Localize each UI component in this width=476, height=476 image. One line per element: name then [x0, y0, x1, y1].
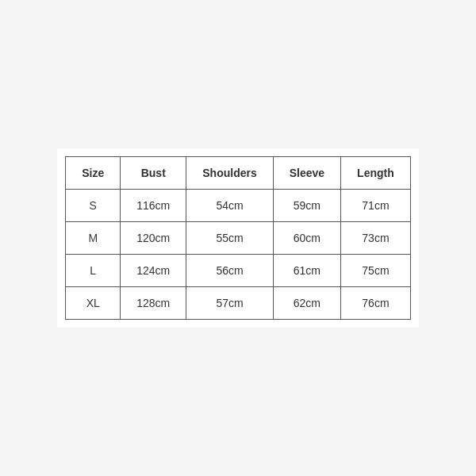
cell-r1-c1: 120cm — [121, 222, 186, 255]
table-row: XL128cm57cm62cm76cm — [66, 287, 411, 320]
header-bust: Bust — [121, 157, 186, 190]
cell-r2-c2: 56cm — [186, 255, 273, 287]
cell-r3-c0: XL — [66, 287, 121, 320]
table-row: M120cm55cm60cm73cm — [66, 222, 411, 255]
cell-r1-c3: 60cm — [273, 222, 340, 255]
cell-r0-c0: S — [66, 190, 121, 222]
cell-r0-c2: 54cm — [186, 190, 273, 222]
size-chart-container: Size Bust Shoulders Sleeve Length S116cm… — [57, 148, 419, 328]
cell-r3-c2: 57cm — [186, 287, 273, 320]
cell-r0-c4: 71cm — [341, 190, 411, 222]
header-size: Size — [66, 157, 121, 190]
cell-r0-c1: 116cm — [121, 190, 186, 222]
cell-r0-c3: 59cm — [273, 190, 340, 222]
header-sleeve: Sleeve — [273, 157, 340, 190]
cell-r1-c0: M — [66, 222, 121, 255]
table-row: L124cm56cm61cm75cm — [66, 255, 411, 287]
table-header-row: Size Bust Shoulders Sleeve Length — [66, 157, 411, 190]
header-shoulders: Shoulders — [186, 157, 273, 190]
table-row: S116cm54cm59cm71cm — [66, 190, 411, 222]
header-length: Length — [341, 157, 411, 190]
cell-r3-c3: 62cm — [273, 287, 340, 320]
cell-r3-c1: 128cm — [121, 287, 186, 320]
cell-r1-c2: 55cm — [186, 222, 273, 255]
cell-r2-c4: 75cm — [341, 255, 411, 287]
cell-r2-c1: 124cm — [121, 255, 186, 287]
size-chart-table: Size Bust Shoulders Sleeve Length S116cm… — [65, 156, 411, 320]
cell-r3-c4: 76cm — [341, 287, 411, 320]
cell-r2-c3: 61cm — [273, 255, 340, 287]
cell-r2-c0: L — [66, 255, 121, 287]
cell-r1-c4: 73cm — [341, 222, 411, 255]
